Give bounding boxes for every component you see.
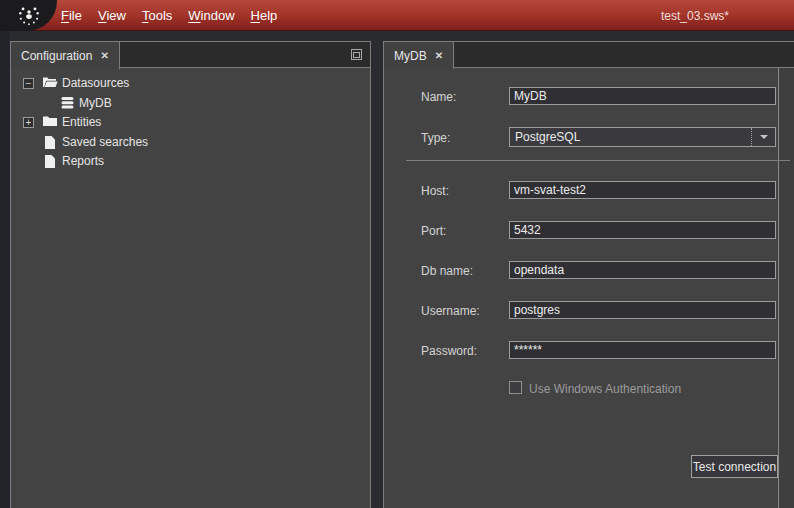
tab-configuration-label: Configuration [21, 49, 92, 63]
type-label: Type: [421, 131, 450, 145]
tab-mydb[interactable]: MyDB ✕ [384, 42, 454, 69]
mydb-panel: MyDB ✕ Name: MyDB Type: PostgreSQL Host:… [383, 41, 794, 508]
host-field[interactable]: vm-svat-test2 [509, 181, 776, 199]
tab-mydb-label: MyDB [394, 49, 427, 63]
test-connection-button[interactable]: Test connection [691, 455, 778, 478]
menu-items: File View Tools Window Help [61, 0, 277, 31]
tab-configuration[interactable]: Configuration ✕ [11, 42, 120, 69]
menu-tools[interactable]: Tools [142, 8, 172, 23]
password-field[interactable]: ****** [509, 341, 776, 359]
username-field[interactable]: postgres [509, 301, 776, 319]
right-tabstrip: MyDB ✕ [384, 42, 794, 68]
folder-open-icon [42, 76, 58, 89]
tree-item-reports[interactable]: Reports [11, 152, 370, 172]
tree-item-mydb[interactable]: MyDB [11, 94, 370, 114]
datasource-form: Name: MyDB Type: PostgreSQL Host: vm-sva… [384, 68, 794, 508]
tree-item-saved-searches[interactable]: Saved searches [11, 133, 370, 153]
dropdown-button[interactable] [751, 128, 775, 146]
dock-window-icon[interactable] [351, 49, 362, 60]
name-label: Name: [421, 90, 456, 104]
left-tabstrip: Configuration ✕ [11, 42, 370, 68]
use-windows-auth-checkbox[interactable] [509, 381, 522, 394]
tree-item-label: Reports [62, 154, 104, 168]
tree-item-datasources[interactable]: − Datasources [11, 74, 370, 94]
file-icon [44, 155, 56, 168]
section-divider [406, 160, 790, 161]
port-label: Port: [421, 224, 446, 238]
use-windows-auth-label: Use Windows Authentication [529, 382, 681, 396]
tree-item-label: Entities [62, 115, 101, 129]
db-name-label: Db name: [421, 264, 473, 278]
type-dropdown[interactable]: PostgreSQL [509, 127, 776, 147]
content-border [778, 68, 779, 508]
type-dropdown-value: PostgreSQL [510, 130, 751, 144]
document-title: test_03.sws* [600, 0, 790, 31]
configuration-panel: Configuration ✕ − Datasources [10, 41, 371, 508]
right-gutter [779, 68, 794, 508]
menu-help[interactable]: Help [251, 8, 278, 23]
menu-bar: File View Tools Window Help test_03.sws* [0, 0, 794, 31]
folder-closed-icon [42, 115, 58, 128]
name-field[interactable]: MyDB [509, 87, 776, 105]
left-margin-strip [0, 31, 10, 508]
app-logo[interactable] [0, 0, 57, 31]
expand-icon[interactable]: + [23, 117, 34, 128]
menu-file[interactable]: File [61, 8, 82, 23]
configuration-tree: − Datasources MyDB + [11, 68, 370, 172]
password-label: Password: [421, 344, 477, 358]
tree-item-label: MyDB [79, 96, 112, 110]
tree-item-entities[interactable]: + Entities [11, 113, 370, 133]
close-icon[interactable]: ✕ [435, 51, 443, 61]
file-icon [44, 136, 56, 149]
collapse-icon[interactable]: − [23, 78, 34, 89]
menu-view[interactable]: View [98, 8, 126, 23]
tree-item-label: Saved searches [62, 135, 148, 149]
tree-item-label: Datasources [62, 76, 129, 90]
username-label: Username: [421, 304, 480, 318]
spider-logo-icon [16, 5, 42, 27]
database-icon [61, 97, 74, 109]
chevron-down-icon [760, 135, 768, 139]
db-name-field[interactable]: opendata [509, 261, 776, 279]
port-field[interactable]: 5432 [509, 221, 776, 239]
close-icon[interactable]: ✕ [100, 51, 108, 61]
host-label: Host: [421, 184, 449, 198]
menu-window[interactable]: Window [188, 8, 234, 23]
